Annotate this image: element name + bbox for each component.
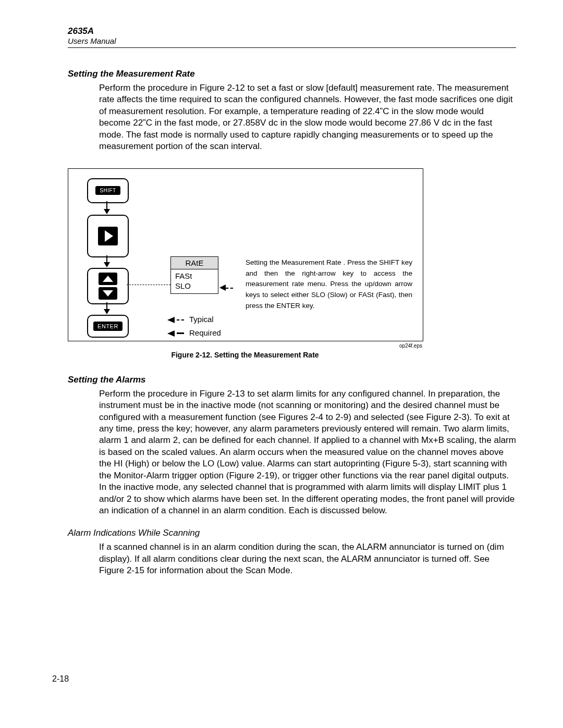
page-header: 2635A Users Manual [68,26,516,48]
rate-menu-panel: RAtE FASt SLO [170,256,218,294]
arrow-up-icon [99,273,117,285]
arrow-left-icon [219,285,226,291]
right-arrow-key [87,215,129,257]
rate-menu-header: RAtE [171,257,218,269]
right-arrow-icon [98,227,118,245]
section-body-alarms: Perform the procedure in Figure 2-13 to … [99,388,516,517]
arrow-stem [106,255,107,263]
arrow-tail-dashed [177,319,184,320]
section-body-rate: Perform the procedure in Figure 2-12 to … [99,82,516,153]
arrow-down-icon [104,262,110,267]
arrow-down-icon [104,309,110,314]
figure-caption: Figure 2-12. Setting the Measurement Rat… [68,351,422,359]
subsection-body-alarm-indications: If a scanned channel is in an alarm cond… [99,541,516,576]
page-number: 2-18 [52,674,69,684]
dashed-connector [127,285,170,285]
section-heading-rate: Setting the Measurement Rate [68,69,516,79]
subsection-heading-alarm-indications: Alarm Indications While Scanning [68,528,516,538]
enter-key-label: ENTER [93,322,123,331]
shift-key: SHIFT [87,178,129,203]
up-down-key [87,268,129,304]
rate-option-fast: FASt [175,271,214,281]
header-manual: Users Manual [68,36,516,45]
arrow-left-icon [167,317,175,323]
arrow-left-icon [167,330,175,337]
legend-required: Required [167,328,221,337]
legend-typical: Typical [167,315,214,324]
figure-instructions: Setting the Measurement Rate . Press the… [246,257,412,312]
section-heading-alarms: Setting the Alarms [68,375,516,385]
figure-eps-name: op24f.eps [68,343,422,349]
arrow-tail-solid [177,332,184,334]
legend-typical-label: Typical [189,315,214,324]
figure-box: SHIFT ENTER RAtE [68,168,423,341]
shift-key-label: SHIFT [95,186,120,195]
enter-key: ENTER [87,315,129,338]
arrow-tail-dashed [226,288,233,289]
header-model: 2635A [68,26,516,36]
legend-required-label: Required [189,328,221,337]
arrow-stem [106,302,107,310]
arrow-down-icon [99,287,117,300]
arrow-down-icon [104,209,110,214]
arrow-stem [106,201,107,209]
rate-option-slo: SLO [175,281,214,291]
